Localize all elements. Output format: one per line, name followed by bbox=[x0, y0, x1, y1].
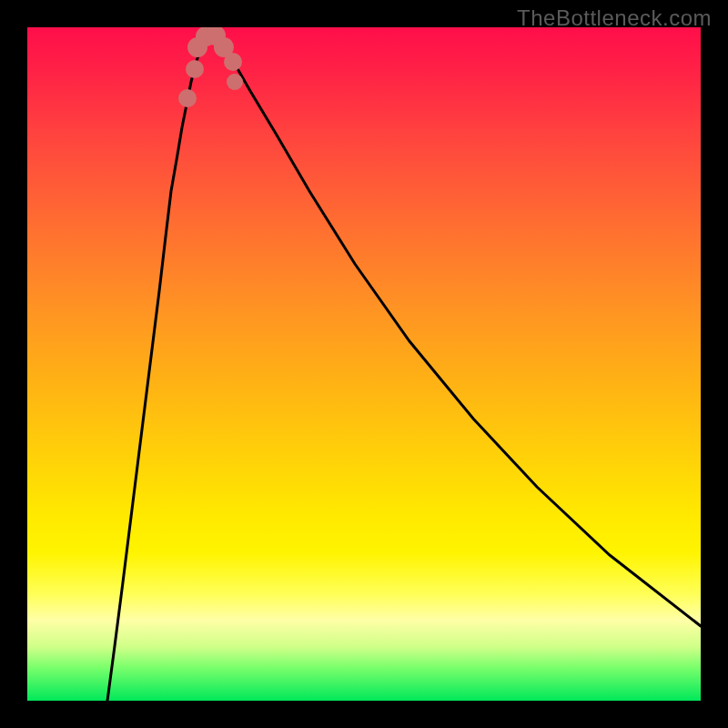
left-curve bbox=[107, 34, 209, 701]
data-point bbox=[227, 74, 243, 90]
data-point bbox=[178, 89, 197, 107]
data-point bbox=[224, 53, 242, 71]
marker-group bbox=[178, 27, 243, 107]
chart-svg bbox=[27, 27, 701, 701]
data-point bbox=[186, 60, 204, 78]
chart-frame bbox=[27, 27, 701, 701]
right-curve bbox=[209, 34, 701, 626]
